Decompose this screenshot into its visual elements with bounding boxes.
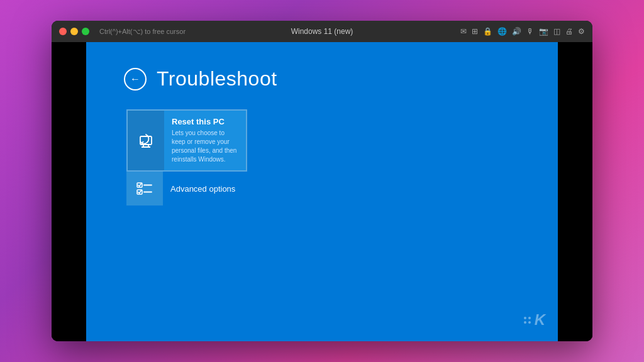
mac-status-icons: ✉ ⊞ 🔒 🌐 🔊 🎙 📷 ◫ 🖨 ⚙ <box>460 27 585 36</box>
mac-window: Ctrl(^)+Alt(⌥) to free cursor Windows 11… <box>52 21 592 341</box>
reset-pc-icon <box>135 130 157 151</box>
settings-icon: ⚙ <box>578 27 585 36</box>
mac-minimize-button[interactable] <box>70 28 78 35</box>
windows-screen: ← Troubleshoot <box>86 42 558 341</box>
shortcut-hint: Ctrl(^)+Alt(⌥) to free cursor <box>99 28 186 36</box>
back-arrow-icon: ← <box>130 74 140 84</box>
advanced-options-card[interactable]: Advanced options <box>126 172 520 206</box>
grid-icon: ⊞ <box>472 27 478 36</box>
globe-icon: 🌐 <box>497 27 507 36</box>
mac-window-buttons <box>59 28 89 35</box>
reset-icon-box <box>128 111 164 170</box>
reset-pc-title: Reset this PC <box>172 117 238 126</box>
watermark-dots <box>524 317 531 324</box>
options-list: Reset this PC Lets you choose to keep or… <box>126 109 520 206</box>
window-title: Windows 11 (new) <box>291 27 353 36</box>
reset-pc-description: Lets you choose to keep or remove your p… <box>172 129 238 164</box>
volume-icon: 🔊 <box>512 27 521 36</box>
reset-pc-text: Reset this PC Lets you choose to keep or… <box>164 111 246 170</box>
lock-icon: 🔒 <box>483 27 492 36</box>
mac-close-button[interactable] <box>59 28 67 35</box>
back-button[interactable]: ← <box>124 68 147 90</box>
advanced-icon-box <box>126 172 163 206</box>
printer-icon: 🖨 <box>565 27 573 36</box>
advanced-options-label: Advanced options <box>170 184 235 194</box>
advanced-options-label-box: Advanced options <box>163 172 243 206</box>
window-body: ← Troubleshoot <box>52 42 592 341</box>
camera-icon: 📷 <box>539 27 548 36</box>
email-icon: ✉ <box>460 27 467 36</box>
left-black-border <box>52 42 86 341</box>
watermark-letter: K <box>535 311 545 329</box>
mac-titlebar: Ctrl(^)+Alt(⌥) to free cursor Windows 11… <box>52 21 592 42</box>
mac-maximize-button[interactable] <box>82 28 89 35</box>
reset-pc-card[interactable]: Reset this PC Lets you choose to keep or… <box>126 109 247 172</box>
advanced-options-icon <box>135 179 154 198</box>
cast-icon: ◫ <box>553 27 560 36</box>
page-title: Troubleshoot <box>157 67 277 90</box>
right-black-border <box>558 42 592 341</box>
troubleshoot-header: ← Troubleshoot <box>124 67 520 90</box>
watermark: K <box>524 311 545 329</box>
mic-icon: 🎙 <box>526 27 534 36</box>
